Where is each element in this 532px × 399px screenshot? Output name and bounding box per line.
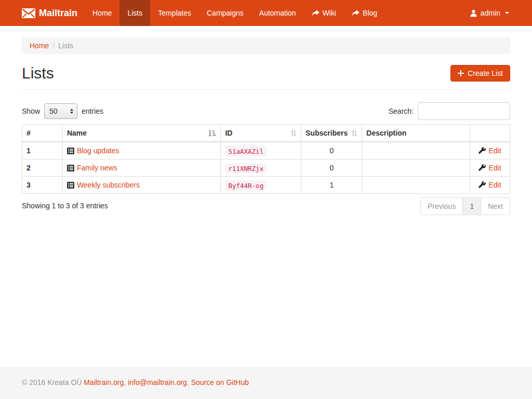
entries-info: Showing 1 to 3 of 3 entries <box>22 197 108 210</box>
chevron-down-icon <box>505 12 509 14</box>
table-row: 2 Family news r11XNRZjx 0 Edit <box>22 159 510 177</box>
list-id-code: Byf44R-og <box>225 180 267 191</box>
list-alt-icon <box>67 165 74 171</box>
wrench-icon <box>478 147 486 154</box>
envelope-icon <box>22 8 35 18</box>
create-list-button[interactable]: Create List <box>450 65 510 82</box>
column-header-subscribers[interactable]: Subscribers <box>301 125 362 142</box>
nav-item-blog[interactable]: Blog <box>344 0 385 26</box>
share-arrow-icon <box>352 10 360 17</box>
mailtrain-org-link[interactable]: Mailtrain.org <box>84 378 124 387</box>
lists-table: # Name ID <box>22 124 510 194</box>
user-icon <box>470 9 477 17</box>
sort-both-icon <box>351 130 357 137</box>
user-label: admin <box>481 9 500 17</box>
nav-item-lists[interactable]: Lists <box>119 0 150 26</box>
subscriber-count: 0 <box>301 159 362 177</box>
select-spinner-icon <box>70 109 73 114</box>
list-id-code: S1aAXAZil <box>225 146 267 156</box>
share-arrow-icon <box>312 10 320 17</box>
sort-both-icon <box>290 130 297 137</box>
nav-item-templates[interactable]: Templates <box>150 0 199 26</box>
copyright-text: © 2016 Kreata OÜ <box>22 378 82 387</box>
table-header-row: # Name ID <box>22 125 510 142</box>
column-header-num: # <box>22 125 63 142</box>
footer-separator: , <box>124 378 126 387</box>
email-link[interactable]: info@mailtrain.org <box>128 378 187 387</box>
table-summary: Showing 1 to 3 of 3 entries Previous 1 N… <box>22 197 510 215</box>
row-number: 3 <box>22 177 63 194</box>
pagination-next[interactable]: Next <box>481 197 510 215</box>
breadcrumb: Home/Lists <box>22 37 510 54</box>
footer-separator: . <box>187 378 189 387</box>
list-description <box>362 159 470 177</box>
plus-icon <box>458 70 464 76</box>
list-name-link[interactable]: Weekly subscribers <box>77 181 140 189</box>
nav-item-automation[interactable]: Automation <box>251 0 304 26</box>
column-header-description: Description <box>362 125 470 142</box>
table-row: 3 Weekly subscribers Byf44R-og 1 Edit <box>22 177 510 194</box>
main-content: Home/Lists Lists Create List Show 50 <box>0 26 532 367</box>
subscriber-count: 1 <box>301 177 362 194</box>
search-input[interactable] <box>418 102 510 120</box>
table-controls: Show 50 entries Search: <box>22 102 510 120</box>
column-header-id[interactable]: ID <box>221 125 301 142</box>
brand-link[interactable]: Mailtrain <box>22 0 85 26</box>
github-source-link[interactable]: Source on GitHub <box>191 378 249 387</box>
column-header-name[interactable]: Name <box>62 125 221 142</box>
entries-label: entries <box>82 107 103 115</box>
breadcrumb-home-link[interactable]: Home <box>30 42 49 50</box>
search-label: Search: <box>389 107 414 115</box>
list-id-code: r11XNRZjx <box>225 163 267 174</box>
user-menu[interactable]: admin <box>469 0 510 26</box>
brand-label: Mailtrain <box>39 8 77 19</box>
nav-item-campaigns[interactable]: Campaigns <box>199 0 251 26</box>
list-name-link[interactable]: Family news <box>77 164 117 172</box>
wrench-icon <box>478 181 486 189</box>
list-alt-icon <box>67 148 74 154</box>
subscriber-count: 0 <box>301 142 362 159</box>
nav-item-home[interactable]: Home <box>85 0 119 26</box>
navbar: Mailtrain Home Lists Templates Campaigns… <box>0 0 532 26</box>
page-title: Lists <box>22 64 54 82</box>
nav-item-wiki[interactable]: Wiki <box>304 0 344 26</box>
footer: © 2016 Kreata OÜ Mailtrain.org, info@mai… <box>0 367 532 399</box>
pagination-page-1[interactable]: 1 <box>462 197 481 215</box>
row-number: 2 <box>22 159 63 177</box>
list-alt-icon <box>67 182 74 189</box>
edit-link[interactable]: Edit <box>488 181 501 189</box>
row-number: 1 <box>22 142 63 159</box>
list-description <box>362 142 470 159</box>
breadcrumb-current: Lists <box>58 42 73 50</box>
list-description <box>362 177 470 194</box>
create-list-label: Create List <box>468 69 503 77</box>
show-label: Show <box>22 107 40 115</box>
breadcrumb-separator: / <box>52 42 55 50</box>
entries-select[interactable]: 50 <box>44 103 77 119</box>
wrench-icon <box>478 164 486 171</box>
page: Mailtrain Home Lists Templates Campaigns… <box>0 0 532 399</box>
table-row: 1 Blog updates S1aAXAZil 0 Edit <box>22 142 510 159</box>
sort-desc-icon <box>208 130 216 137</box>
pagination-previous[interactable]: Previous <box>420 197 463 215</box>
edit-link[interactable]: Edit <box>488 164 501 172</box>
main-nav: Home Lists Templates Campaigns Automatio… <box>85 0 385 26</box>
list-name-link[interactable]: Blog updates <box>77 147 119 155</box>
column-header-actions <box>470 125 510 142</box>
entries-select-value: 50 <box>49 107 58 115</box>
edit-link[interactable]: Edit <box>488 147 501 155</box>
pagination: Previous 1 Next <box>420 197 510 215</box>
page-header: Lists Create List <box>22 64 510 90</box>
